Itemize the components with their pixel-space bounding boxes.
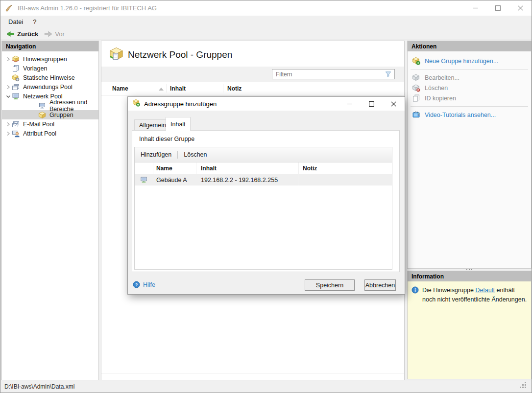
column-notiz[interactable]: Notiz: [227, 85, 242, 92]
column-inhalt[interactable]: Inhalt: [170, 85, 186, 92]
svg-text:?: ?: [135, 282, 138, 287]
dialog-table-header: Name Inhalt Notiz: [135, 162, 392, 174]
tree-item-email-pool[interactable]: E-Mail Pool: [2, 119, 98, 129]
close-button[interactable]: [509, 0, 532, 16]
attribute-pool-icon: [12, 130, 20, 138]
titlebar: IBI-aws Admin 1.26.0 - registriert für I…: [0, 0, 532, 16]
row-name: Gebäude A: [153, 174, 196, 185]
action-label: Video-Tutorials ansehen...: [425, 112, 496, 118]
tree-item-attribut-pool[interactable]: Attribut Pool: [2, 129, 98, 138]
sort-ascending-icon: [159, 88, 164, 91]
templates-icon: [12, 65, 20, 72]
help-icon: ?: [133, 281, 140, 288]
static-notices-icon: [12, 74, 20, 82]
network-groups-heading-icon: [109, 46, 124, 64]
dialog-close-button[interactable]: [383, 97, 405, 111]
tree-item-hinweisgruppen[interactable]: Hinweisgruppen: [2, 54, 98, 64]
action-delete[interactable]: Löschen: [408, 83, 531, 93]
help-label: Hilfe: [143, 281, 155, 288]
delete-icon: [412, 84, 420, 92]
email-pool-icon: [12, 120, 20, 128]
resize-grip[interactable]: [525, 387, 526, 388]
chevron-right-icon[interactable]: [5, 131, 12, 136]
tree-label: Vorlagen: [23, 65, 47, 72]
statusbar: D:\IBI-aws\Admin\Data.xml: [0, 380, 532, 393]
column-notiz[interactable]: Notiz: [299, 162, 392, 174]
dialog-address-list: Hinzufügen Löschen Name Inhalt Notiz Geb…: [134, 147, 392, 270]
filter-strip: [101, 67, 404, 82]
information-header: Information: [408, 271, 531, 281]
menu-datei[interactable]: Datei: [3, 17, 28, 27]
forward-button[interactable]: Vor: [41, 28, 68, 39]
navigation-header: Navigation: [2, 41, 98, 51]
action-add-group[interactable]: Neue Gruppe hinzufügen...: [408, 56, 531, 66]
chevron-down-icon[interactable]: [5, 94, 12, 99]
forward-label: Vor: [55, 30, 65, 38]
maximize-button[interactable]: [486, 0, 509, 16]
add-group-icon: [412, 57, 420, 65]
addresses-icon: [38, 102, 46, 110]
tab-inhalt[interactable]: Inhalt: [166, 117, 191, 131]
column-name[interactable]: Name: [112, 85, 128, 92]
chevron-right-icon[interactable]: [5, 85, 12, 90]
cancel-button[interactable]: Abbrechen: [364, 279, 396, 291]
help-link[interactable]: ? Hilfe: [133, 281, 155, 288]
filter-funnel-icon[interactable]: [385, 70, 392, 78]
default-group-link[interactable]: Default: [475, 287, 495, 294]
action-label: ID kopieren: [425, 95, 456, 102]
tree-label: Statische Hinweise: [23, 74, 75, 81]
copy-icon: [412, 94, 420, 102]
action-edit[interactable]: Bearbeiten...: [408, 72, 531, 83]
app-window: IBI-aws Admin 1.26.0 - registriert für I…: [0, 0, 532, 393]
dialog-minimize-button[interactable]: [339, 97, 361, 111]
add-entry-button[interactable]: Hinzufügen: [135, 149, 177, 160]
groups-icon: [38, 111, 46, 119]
app-logo-icon: [5, 4, 13, 12]
chevron-right-icon[interactable]: [5, 57, 12, 62]
main-table-header: Name Inhalt Notiz: [101, 82, 404, 95]
delete-entry-button[interactable]: Löschen: [178, 149, 213, 160]
content-group-label: Inhalt dieser Gruppe: [139, 136, 194, 142]
tv-icon: [412, 111, 420, 119]
dialog-footer: ? Hilfe Speichern Abbrechen: [128, 274, 405, 294]
nav-toolbar: Zurück Vor: [0, 28, 532, 40]
tree-item-anwendungs-pool[interactable]: Anwendungs Pool: [2, 82, 98, 92]
action-copy-id[interactable]: ID kopieren: [408, 93, 531, 103]
back-label: Zurück: [17, 30, 38, 38]
forward-arrow-icon: [44, 30, 52, 38]
info-message: Die Hinweisgruppe Default enthält noch n…: [422, 286, 527, 304]
navigation-tree: Hinweisgruppen Vorlagen Statische Hinwei…: [2, 51, 98, 138]
tree-item-statische-hinweise[interactable]: Statische Hinweise: [2, 73, 98, 82]
edit-icon: [412, 73, 420, 82]
add-address-group-dialog: Adressgruppe hinzufügen Allgemein Inhalt…: [127, 96, 405, 295]
column-name[interactable]: Name: [153, 162, 196, 174]
actions-header: Aktionen: [408, 41, 531, 51]
filter-input[interactable]: [272, 71, 385, 78]
tree-item-vorlagen[interactable]: Vorlagen: [2, 64, 98, 73]
data-file-path: D:\IBI-aws\Admin\Data.xml: [4, 383, 74, 390]
tree-label: Hinweisgruppen: [23, 56, 67, 63]
action-video-tutorials[interactable]: Video-Tutorials ansehen...: [408, 110, 531, 120]
tree-label: Anwendungs Pool: [23, 84, 73, 91]
notice-groups-icon: [12, 55, 20, 63]
minimize-button[interactable]: [464, 0, 486, 16]
address-range-icon: [135, 174, 153, 185]
divider: [411, 69, 528, 69]
tree-label: Gruppen: [49, 112, 73, 118]
action-label: Neue Gruppe hinzufügen...: [425, 58, 498, 65]
page-title: Netzwerk Pool - Gruppen: [128, 49, 232, 60]
chevron-right-icon[interactable]: [5, 122, 12, 127]
column-inhalt[interactable]: Inhalt: [196, 162, 299, 174]
menu-help[interactable]: ?: [28, 17, 41, 27]
tree-label: E-Mail Pool: [23, 121, 54, 128]
table-row[interactable]: Gebäude A 192.168.2.2 - 192.168.2.255: [135, 174, 392, 185]
tree-item-adressen-und-bereiche[interactable]: Adressen und Bereiche: [2, 101, 98, 110]
divider: [411, 106, 528, 107]
back-button[interactable]: Zurück: [3, 28, 41, 39]
dialog-maximize-button[interactable]: [361, 97, 383, 111]
save-button[interactable]: Speichern: [305, 279, 355, 291]
navigation-panel: Navigation Hinweisgruppen Vorlagen Stati…: [1, 41, 99, 380]
application-pool-icon: [12, 83, 20, 91]
tree-label: Attribut Pool: [23, 130, 56, 137]
dialog-tab-page: Inhalt dieser Gruppe Hinzufügen Löschen …: [132, 130, 400, 272]
